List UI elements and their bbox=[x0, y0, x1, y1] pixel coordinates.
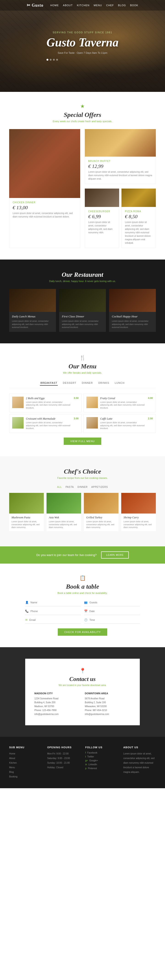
view-full-menu-button[interactable]: View Full Menu bbox=[64, 438, 101, 445]
email-input[interactable] bbox=[29, 619, 81, 621]
hero-title: Gusto Taverna bbox=[47, 36, 118, 49]
menu-item-name-eggs: 2 Rolls and Eggs bbox=[26, 397, 71, 400]
filter-appetizers[interactable]: Appetizers bbox=[91, 486, 108, 488]
restaurant-title: Our Restaurant bbox=[9, 271, 156, 278]
footer-grid: Sub Menu Home About Kitchen Menu Blog Bo… bbox=[9, 746, 156, 779]
offer-tag-brunch: Brunch Buffet bbox=[88, 160, 152, 162]
name-input[interactable] bbox=[30, 601, 81, 604]
tab-dinner[interactable]: Dinner bbox=[81, 380, 93, 386]
footer-link-home[interactable]: Home bbox=[9, 752, 15, 755]
footer-social-pinterest-label: Pinterest bbox=[88, 767, 97, 770]
book-field-date: 📅 bbox=[84, 609, 140, 615]
footer-link-kitchen[interactable]: Kitchen bbox=[9, 762, 17, 764]
nav-chef[interactable]: Chef bbox=[106, 4, 114, 7]
hero-section: SERVING THE GOOD STUFF SINCE 1981 Gusto … bbox=[0, 0, 165, 92]
offer-body-cheeseburger: Cheeseburger € 6,99 Lorem ipsum dolor si… bbox=[85, 207, 119, 248]
offer-card-pizza: Pizza Roma € 8,50 Lorem ipsum dolor sit … bbox=[121, 189, 156, 248]
nav-book[interactable]: Book bbox=[130, 4, 138, 7]
pinterest-icon: p bbox=[85, 767, 86, 770]
hero-dot-2[interactable] bbox=[50, 59, 52, 60]
special-offers-section: ★ Special Offers Every week our chefs cr… bbox=[0, 92, 165, 259]
restaurant-card-cocktail: Cocktail Happy Hour Lorem ipsum dolor si… bbox=[109, 289, 156, 332]
menu-item-info-cereal: Fruity Cereal Lorem ipsum dolor sit amet… bbox=[100, 397, 146, 409]
footer-link-booking[interactable]: Booking bbox=[9, 775, 17, 778]
menu-btn-wrapper: View Full Menu bbox=[9, 438, 156, 445]
footer-social-twitter-label: Twitter bbox=[87, 756, 94, 758]
offer-card-brunch: Brunch Buffet € 12,99 Lorem ipsum dolor … bbox=[85, 129, 156, 184]
contact-locations: Madison City 1234 Somewhere Road Buildin… bbox=[35, 692, 130, 716]
filter-pasta[interactable]: Pasta bbox=[66, 486, 74, 488]
choice-title-asiawok: Asia Wok bbox=[49, 516, 79, 519]
guests-input[interactable] bbox=[90, 601, 140, 604]
navigation: ✂ Gusto Home About Kitchen Menu Chef Blo… bbox=[0, 0, 165, 11]
menu-item-price-eggs: 3.50 bbox=[74, 397, 79, 399]
footer-col-social: Follow us f Facebook t Twitter g+ Google… bbox=[85, 746, 118, 779]
footer-link-menu[interactable]: Menu bbox=[9, 766, 15, 769]
tab-breakfast[interactable]: Breakfast bbox=[40, 380, 58, 386]
nav-about[interactable]: About bbox=[63, 4, 73, 7]
restaurant-body-lunch: Daily Lunch Menus Lorem ipsum dolor sit … bbox=[9, 312, 56, 332]
menu-item-desc-croissant: Lorem ipsum dolor sit amet, consectetur … bbox=[26, 421, 71, 430]
chefs-choice-subtitle: Favorite recipe from our live cooking cl… bbox=[9, 477, 156, 479]
join-learn-more-button[interactable]: Learn More bbox=[101, 551, 129, 558]
nav-home[interactable]: Home bbox=[50, 4, 59, 7]
contact-section: 📍 Contact us We are located in your favo… bbox=[0, 647, 165, 737]
menu-items-grid: 2 Rolls and Eggs Lorem ipsum dolor sit a… bbox=[9, 394, 156, 433]
nav-kitchen[interactable]: Kitchen bbox=[77, 4, 90, 7]
menu-item-price-cereal: 4.00 bbox=[148, 397, 153, 399]
contact-icon: 📍 bbox=[35, 668, 130, 674]
menu-item-price-latte: 2.50 bbox=[148, 417, 153, 420]
restaurant-image-lunch bbox=[9, 289, 56, 312]
contact-subtitle: We are located in your favorite downtown… bbox=[35, 684, 130, 686]
our-restaurant-section: Our Restaurant Daily lunch, dinner, happ… bbox=[0, 259, 165, 344]
special-offers-title: Special Offers bbox=[9, 111, 156, 119]
footer-about-title: About us bbox=[123, 746, 156, 749]
restaurant-card-title-lunch: Daily Lunch Menus bbox=[12, 315, 53, 318]
footer-social-links: f Facebook t Twitter g+ Google+ in Linke… bbox=[85, 751, 118, 771]
tab-drinks[interactable]: Drinks bbox=[98, 380, 110, 386]
menu-item-info-eggs: 2 Rolls and Eggs Lorem ipsum dolor sit a… bbox=[26, 397, 71, 409]
hero-dot-1[interactable] bbox=[47, 59, 48, 60]
hero-description: Save For Taste · Open 7 Days 9am To 11pm bbox=[47, 51, 118, 54]
menu-item-image-cereal bbox=[86, 397, 98, 408]
offer-right-bottom-pair: Cheeseburger € 6,99 Lorem ipsum dolor si… bbox=[85, 189, 156, 248]
footer-social-twitter[interactable]: t Twitter bbox=[85, 756, 118, 758]
check-availability-button[interactable]: Check for availability bbox=[58, 628, 107, 636]
time-input[interactable] bbox=[90, 619, 140, 621]
contact-location-1-name: Madison City bbox=[35, 692, 80, 695]
filter-all[interactable]: All bbox=[57, 486, 62, 488]
footer-social-linkedin[interactable]: in LinkedIn bbox=[85, 763, 118, 766]
phone-input[interactable] bbox=[30, 610, 81, 612]
choice-image-turkey bbox=[84, 493, 118, 514]
nav-blog[interactable]: Blog bbox=[118, 4, 126, 7]
book-field-guests: 👥 bbox=[84, 601, 140, 606]
choice-desc-asiawok: Lorem ipsum dolor sit amet, consectetur … bbox=[49, 520, 79, 529]
hero-subtitle: SERVING THE GOOD STUFF SINCE 1981 bbox=[47, 31, 118, 34]
email-field-icon: ✉ bbox=[25, 618, 27, 622]
nav-menu[interactable]: Menu bbox=[94, 4, 102, 7]
offer-body-brunch: Brunch Buffet € 12,99 Lorem ipsum dolor … bbox=[85, 157, 156, 184]
nav-logo: ✂ Gusto bbox=[27, 3, 44, 8]
hero-dot-4[interactable] bbox=[56, 59, 58, 60]
hero-dot-3[interactable] bbox=[53, 59, 55, 60]
menu-icon: 🍴 bbox=[9, 355, 156, 361]
offer-image-cheeseburger bbox=[85, 189, 119, 207]
choice-body-shrimp: Shrimp Curry Lorem ipsum dolor sit amet,… bbox=[121, 514, 156, 531]
date-input[interactable] bbox=[90, 610, 140, 612]
book-btn-wrapper: Check for availability bbox=[9, 628, 156, 636]
footer-social-facebook[interactable]: f Facebook bbox=[85, 751, 118, 754]
chefs-choice-section: Chef's Choice Favorite recipe from our l… bbox=[0, 457, 165, 546]
contact-location-2-name: Downtown Area bbox=[85, 692, 130, 695]
choice-title-mushroom: Mushroom Pasta bbox=[11, 516, 41, 519]
footer-social-pinterest[interactable]: p Pinterest bbox=[85, 767, 118, 770]
menu-item-desc-eggs: Lorem ipsum dolor sit amet, consectetur … bbox=[26, 401, 71, 409]
choice-image-asiawok bbox=[47, 493, 81, 514]
filter-dinner[interactable]: Dinner bbox=[77, 486, 88, 488]
footer-link-blog[interactable]: Blog bbox=[9, 771, 14, 773]
restaurant-body-dinner: First Class Dinner Lorem ipsum dolor sit… bbox=[59, 312, 106, 332]
restaurant-card-lunch: Daily Lunch Menus Lorem ipsum dolor sit … bbox=[9, 289, 56, 332]
footer-link-about[interactable]: About bbox=[9, 757, 15, 759]
tab-lunch[interactable]: Lunch bbox=[114, 380, 125, 386]
footer-social-google[interactable]: g+ Google+ bbox=[85, 759, 118, 762]
tab-dessert[interactable]: Dessert bbox=[62, 380, 77, 386]
